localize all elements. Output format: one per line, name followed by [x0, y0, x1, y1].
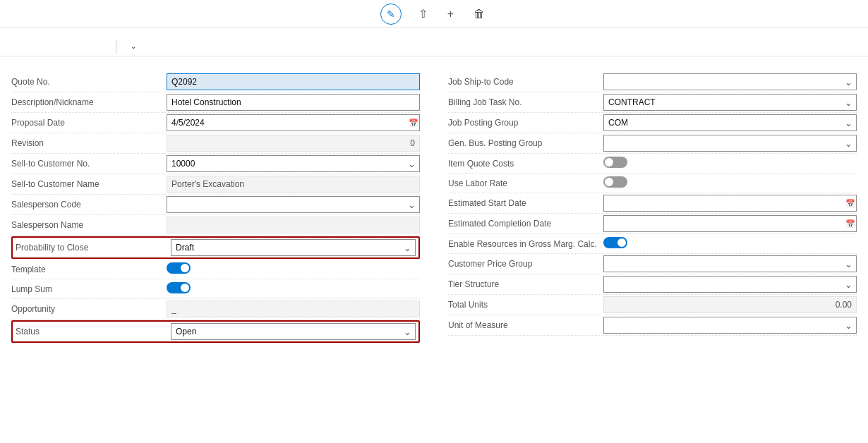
- date-field-right-6: 📅: [603, 195, 857, 212]
- nav-workflow[interactable]: [79, 40, 96, 53]
- field-row-right-11: Total Units: [448, 295, 857, 315]
- field-label-right-9: Customer Price Group: [448, 259, 603, 269]
- select-right-9[interactable]: [603, 255, 857, 272]
- nav-analytics[interactable]: [96, 40, 113, 53]
- nav-tasks[interactable]: [62, 40, 79, 53]
- field-label-right-3: Gen. Bus. Posting Group: [448, 138, 603, 148]
- field-row-left-9: Template: [11, 260, 420, 279]
- field-row-right-9: Customer Price Group: [448, 254, 857, 274]
- field-row-right-2: Job Posting GroupCOM: [448, 113, 857, 133]
- date-input-right-6[interactable]: [603, 195, 857, 212]
- field-label-right-4: Item Quote Costs: [448, 159, 603, 169]
- select-right-0[interactable]: [603, 73, 857, 90]
- select-left-6[interactable]: [167, 196, 420, 213]
- field-row-left-3: Revision: [11, 133, 420, 154]
- field-row-left-8: Probability to CloseDraft: [11, 236, 420, 259]
- nav-bar: ⌄: [0, 37, 868, 56]
- input-left-1[interactable]: [167, 94, 420, 111]
- select-wrapper-left-12: Open: [171, 323, 416, 340]
- toggle-on-right-8[interactable]: [603, 237, 627, 248]
- field-label-right-6: Estimated Start Date: [448, 198, 603, 208]
- field-label-left-8: Probability to Close: [16, 243, 171, 253]
- field-label-right-0: Job Ship-to Code: [448, 77, 603, 87]
- nav-fewer-options[interactable]: [145, 40, 162, 53]
- field-row-left-5: Sell-to Customer Name: [11, 174, 420, 195]
- toggle-on-left-9[interactable]: [167, 262, 191, 274]
- nav-reports[interactable]: [28, 40, 45, 53]
- toggle-off-right-5[interactable]: [603, 176, 627, 188]
- select-left-8[interactable]: Draft: [171, 239, 416, 256]
- field-row-left-0: Quote No.: [11, 72, 420, 92]
- select-wrapper-right-2: COM: [603, 114, 857, 131]
- select-right-3[interactable]: [603, 135, 857, 152]
- field-row-left-2: Proposal Date📅: [11, 113, 420, 133]
- field-label-right-2: Job Posting Group: [448, 118, 603, 128]
- select-right-2[interactable]: COM: [603, 114, 857, 131]
- field-label-right-12: Unit of Measure: [448, 320, 603, 330]
- nav-supplemental[interactable]: [45, 40, 62, 53]
- top-bar: ✎ ⇧ + 🗑: [0, 0, 868, 28]
- select-wrapper-right-10: [603, 276, 857, 293]
- select-left-12[interactable]: Open: [171, 323, 416, 340]
- select-wrapper-right-1: CONTRACT: [603, 94, 857, 111]
- field-row-right-8: Enable Resources in Gross Marg. Calc.: [448, 234, 857, 254]
- field-label-left-9: Template: [11, 265, 167, 274]
- readonly-left-7: [167, 217, 420, 233]
- field-label-left-12: Status: [16, 327, 171, 336]
- nav-separator: [116, 40, 116, 54]
- field-label-left-4: Sell-to Customer No.: [11, 159, 167, 169]
- date-input-left-2[interactable]: [167, 114, 420, 131]
- toggle-on-left-10[interactable]: [167, 282, 191, 293]
- field-row-left-6: Salesperson Code: [11, 195, 420, 215]
- field-row-right-10: Tier Structure: [448, 274, 857, 295]
- select-right-10[interactable]: [603, 276, 857, 293]
- field-label-left-1: Description/Nickname: [11, 97, 167, 107]
- right-column: Job Ship-to CodeBilling Job Task No.CONT…: [448, 72, 857, 344]
- select-wrapper-left-6: [167, 196, 420, 213]
- field-row-right-0: Job Ship-to Code: [448, 72, 857, 92]
- select-right-12[interactable]: [603, 317, 857, 334]
- field-row-right-7: Estimated Completion Date📅: [448, 214, 857, 234]
- readonly-left-3: [167, 135, 420, 152]
- field-label-left-10: Lump Sum: [11, 284, 167, 294]
- field-label-left-11: Opportunity: [11, 304, 167, 314]
- field-row-right-12: Unit of Measure: [448, 315, 857, 336]
- readonly-right-11: [603, 296, 857, 313]
- field-label-left-0: Quote No.: [11, 77, 167, 87]
- field-label-right-8: Enable Resources in Gross Marg. Calc.: [448, 239, 603, 249]
- field-label-left-3: Revision: [11, 138, 167, 148]
- toggle-off-right-4[interactable]: [603, 157, 627, 168]
- field-label-right-1: Billing Job Task No.: [448, 97, 603, 107]
- select-wrapper-left-8: Draft: [171, 239, 416, 256]
- field-label-left-2: Proposal Date: [11, 118, 167, 128]
- field-label-right-11: Total Units: [448, 300, 603, 310]
- field-label-right-10: Tier Structure: [448, 279, 603, 289]
- select-right-1[interactable]: CONTRACT: [603, 94, 857, 111]
- field-label-left-5: Sell-to Customer Name: [11, 179, 167, 189]
- select-wrapper-right-0: [603, 73, 857, 90]
- field-row-left-11: Opportunity: [11, 299, 420, 320]
- date-input-right-7[interactable]: [603, 215, 857, 232]
- nav-home[interactable]: [11, 40, 28, 53]
- field-label-left-7: Salesperson Name: [11, 220, 167, 230]
- input-left-0[interactable]: [167, 73, 420, 90]
- select-wrapper-left-4: 10000: [167, 155, 420, 172]
- share-button[interactable]: ⇧: [416, 4, 430, 23]
- add-button[interactable]: +: [445, 5, 457, 23]
- field-label-right-5: Use Labor Rate: [448, 178, 603, 188]
- left-column: Quote No.Description/NicknameProposal Da…: [11, 72, 420, 344]
- select-left-4[interactable]: 10000: [167, 155, 420, 172]
- field-row-left-10: Lump Sum: [11, 279, 420, 299]
- field-row-left-4: Sell-to Customer No.10000: [11, 154, 420, 174]
- field-row-right-4: Item Quote Costs: [448, 154, 857, 174]
- field-label-left-6: Salesperson Code: [11, 200, 167, 210]
- edit-button[interactable]: ✎: [380, 4, 402, 25]
- page-title: [0, 28, 868, 37]
- field-row-left-12: StatusOpen: [11, 320, 420, 343]
- nav-actions[interactable]: ⌄: [119, 37, 145, 56]
- readonly-left-11: [167, 301, 420, 317]
- delete-button[interactable]: 🗑: [471, 5, 488, 23]
- date-field-right-7: 📅: [603, 215, 857, 232]
- field-row-right-1: Billing Job Task No.CONTRACT: [448, 92, 857, 113]
- select-wrapper-right-12: [603, 317, 857, 334]
